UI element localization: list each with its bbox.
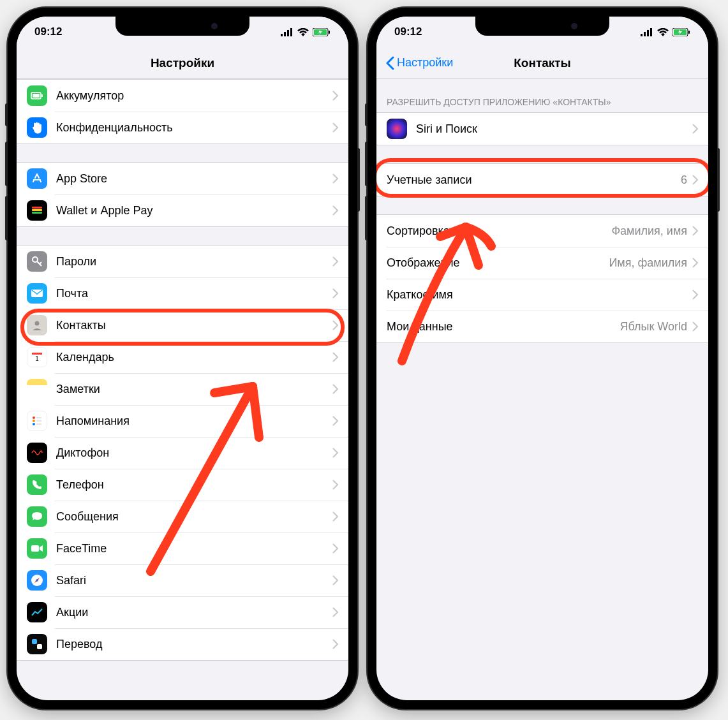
svg-point-20 xyxy=(33,423,35,425)
facetime-icon xyxy=(27,538,47,559)
svg-rect-29 xyxy=(644,32,646,36)
navbar: Настройки xyxy=(17,47,348,79)
mail-icon xyxy=(27,283,47,304)
chevron-right-icon xyxy=(692,258,698,268)
row-label: Краткое имя xyxy=(387,288,687,302)
row-siri-search[interactable]: Siri и Поиск xyxy=(376,113,708,145)
battery-charging-icon xyxy=(313,28,331,36)
chevron-right-icon xyxy=(332,288,338,298)
chevron-right-icon xyxy=(332,480,338,490)
row-value: 6 xyxy=(681,173,687,187)
chevron-right-icon xyxy=(332,607,338,617)
chevron-right-icon xyxy=(332,384,338,394)
chevron-right-icon xyxy=(332,352,338,362)
svg-rect-9 xyxy=(33,94,40,98)
svg-rect-16 xyxy=(32,353,42,355)
back-button[interactable]: Настройки xyxy=(385,56,453,70)
notch xyxy=(475,17,609,36)
row-notes[interactable]: Заметки xyxy=(17,373,348,405)
navbar: Настройки Контакты xyxy=(376,47,708,79)
battery-icon xyxy=(27,85,47,106)
contacts-settings[interactable]: РАЗРЕШИТЬ ДОСТУП ПРИЛОЖЕНИЮ «КОНТАКТЫ» S… xyxy=(376,79,708,700)
row-label: FaceTime xyxy=(56,542,332,555)
row-label: Siri и Поиск xyxy=(416,122,692,136)
row-battery[interactable]: Аккумулятор xyxy=(17,80,348,112)
row-display-order[interactable]: Отображение Имя, фамилия xyxy=(376,247,708,279)
svg-rect-26 xyxy=(32,639,37,644)
svg-rect-10 xyxy=(32,207,42,209)
svg-rect-3 xyxy=(290,28,292,36)
svg-point-19 xyxy=(33,420,35,422)
svg-rect-11 xyxy=(32,209,42,211)
row-calendar[interactable]: 1 Календарь xyxy=(17,341,348,373)
row-privacy[interactable]: Конфиденциальность xyxy=(17,112,348,143)
chevron-right-icon xyxy=(692,175,698,185)
row-label: Сортировка xyxy=(387,224,611,238)
wifi-icon xyxy=(297,28,309,36)
row-facetime[interactable]: FaceTime xyxy=(17,533,348,564)
row-appstore[interactable]: App Store xyxy=(17,163,348,195)
row-value: Яблык World xyxy=(620,320,688,334)
row-label: Safari xyxy=(56,574,332,587)
settings-group: App Store Wallet и Apple Pay xyxy=(17,162,348,227)
hand-icon xyxy=(27,117,47,138)
settings-group: Аккумулятор Конфиденциальность xyxy=(17,79,348,144)
settings-list[interactable]: Аккумулятор Конфиденциальность App Store xyxy=(17,79,348,700)
row-my-info[interactable]: Мои данные Яблык World xyxy=(376,311,708,342)
cellular-signal-icon xyxy=(281,28,293,36)
row-mail[interactable]: Почта xyxy=(17,277,348,309)
svg-rect-28 xyxy=(641,34,643,36)
row-value: Фамилия, имя xyxy=(611,224,687,238)
row-contacts[interactable]: Контакты xyxy=(17,309,348,341)
chevron-right-icon xyxy=(332,122,338,133)
wallet-icon xyxy=(27,200,47,221)
chevron-right-icon xyxy=(692,290,698,300)
svg-rect-2 xyxy=(287,30,289,36)
chevron-right-icon xyxy=(332,320,338,330)
svg-rect-30 xyxy=(647,30,649,36)
stocks-icon xyxy=(27,602,47,622)
svg-rect-1 xyxy=(284,32,286,36)
row-label: Учетные записи xyxy=(387,173,681,187)
row-value: Имя, фамилия xyxy=(609,256,687,270)
svg-text:1: 1 xyxy=(35,355,39,362)
row-short-name[interactable]: Краткое имя xyxy=(376,279,708,311)
reminders-icon xyxy=(27,411,47,431)
status-time: 09:12 xyxy=(394,26,422,38)
row-accounts[interactable]: Учетные записи 6 xyxy=(376,164,708,196)
svg-rect-8 xyxy=(41,94,43,97)
row-label: Контакты xyxy=(56,319,332,332)
row-label: Пароли xyxy=(56,255,332,268)
row-label: Аккумулятор xyxy=(56,89,332,103)
row-sort-order[interactable]: Сортировка Фамилия, имя xyxy=(376,215,708,247)
calendar-icon: 1 xyxy=(27,347,47,367)
row-label: Wallet и Apple Pay xyxy=(56,204,332,217)
key-icon xyxy=(27,251,47,272)
appstore-icon xyxy=(27,168,47,189)
svg-rect-0 xyxy=(281,34,283,36)
row-label: Сообщения xyxy=(56,510,332,524)
row-phone[interactable]: Телефон xyxy=(17,469,348,501)
chevron-left-icon xyxy=(385,56,394,70)
settings-group: Siri и Поиск xyxy=(376,112,708,145)
row-translate[interactable]: Перевод xyxy=(17,628,348,660)
phone-left: 09:12 Настройки Аккумулятор xyxy=(8,8,357,709)
status-time: 09:12 xyxy=(34,26,62,38)
row-reminders[interactable]: Напоминания xyxy=(17,405,348,437)
row-label: Напоминания xyxy=(56,415,332,428)
page-title: Настройки xyxy=(151,56,214,70)
translate-icon xyxy=(27,634,47,654)
chevron-right-icon xyxy=(332,448,338,458)
row-messages[interactable]: Сообщения xyxy=(17,501,348,533)
chevron-right-icon xyxy=(692,321,698,332)
chevron-right-icon xyxy=(332,205,338,216)
row-wallet[interactable]: Wallet и Apple Pay xyxy=(17,195,348,226)
settings-group: Сортировка Фамилия, имя Отображение Имя,… xyxy=(376,214,708,343)
row-stocks[interactable]: Акции xyxy=(17,596,348,628)
row-safari[interactable]: Safari xyxy=(17,564,348,596)
svg-point-18 xyxy=(33,416,35,419)
row-label: Почта xyxy=(56,287,332,300)
row-voice-memos[interactable]: Диктофон xyxy=(17,437,348,469)
row-passwords[interactable]: Пароли xyxy=(17,246,348,277)
chevron-right-icon xyxy=(332,173,338,184)
